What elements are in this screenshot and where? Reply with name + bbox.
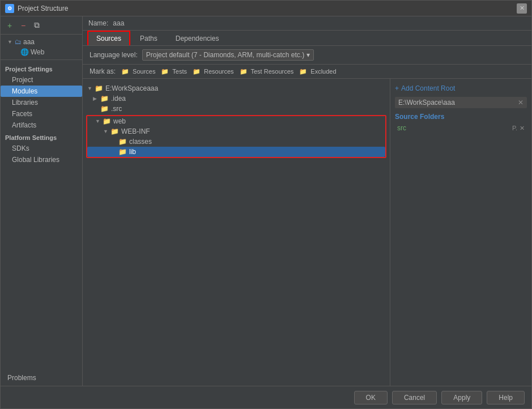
tree-webinf-label: WEB-INF	[121, 127, 150, 135]
right-panel: Name: aaa Sources Paths Dependencies Lan…	[83, 16, 531, 386]
project-settings-label: Project Settings	[1, 62, 82, 74]
mark-tests[interactable]: 📁 Tests	[161, 68, 187, 75]
window-icon: ⚙	[5, 4, 14, 13]
folder-src-icon: 📁	[100, 105, 109, 113]
resources-icon: 📁	[193, 68, 201, 75]
remove-content-root-button[interactable]: ✕	[518, 99, 524, 106]
settings-section: Project Settings Project Modules Librari…	[1, 59, 82, 165]
name-label: Name:	[88, 19, 108, 27]
mark-resources[interactable]: 📁 Resources	[193, 68, 234, 75]
sidebar-item-problems[interactable]: Problems	[1, 372, 82, 384]
sidebar-module-root[interactable]: ▼ 🗂 aaa	[5, 37, 78, 47]
tree-node-idea[interactable]: ▶ 📁 .idea	[85, 93, 388, 104]
sidebar-item-project[interactable]: Project	[1, 74, 82, 86]
web-icon: 🌐	[20, 48, 29, 56]
folder-web-icon: 📁	[103, 117, 111, 125]
close-button[interactable]: ✕	[517, 3, 527, 14]
apply-button[interactable]: Apply	[441, 391, 482, 404]
tree-node-webinf[interactable]: ▼ 📁 WEB-INF	[87, 126, 385, 137]
arrow-root: ▼	[87, 86, 93, 91]
mark-sources[interactable]: 📁 Sources	[121, 68, 155, 75]
arrow-webinf: ▼	[103, 129, 109, 134]
help-button[interactable]: Help	[487, 391, 525, 404]
highlighted-section: ▼ 📁 web ▼ 📁 WEB-INF 📁 classes 📁 lib	[86, 115, 386, 158]
window-title: Project Structure	[18, 5, 517, 12]
sidebar-item-modules[interactable]: Modules	[1, 86, 82, 97]
tree-root-label: E:WorkSpaceaaa	[105, 84, 158, 92]
cancel-button[interactable]: Cancel	[392, 391, 437, 404]
tree-web-label: web	[113, 117, 126, 125]
folder-webinf-icon: 📁	[110, 127, 119, 135]
folder-lib-icon: 📁	[118, 148, 127, 156]
platform-settings-label: Platform Settings	[1, 131, 82, 143]
module-tree-section: ▼ 🗂 aaa 🌐 Web	[1, 35, 82, 59]
module-folder-icon: 🗂	[15, 38, 22, 46]
main-content: + − ⧉ ▼ 🗂 aaa 🌐 Web Project Settings Pro…	[1, 16, 531, 386]
mark-excluded[interactable]: 📁 Excluded	[299, 68, 336, 75]
sidebar-item-global-libs[interactable]: Global Libraries	[1, 154, 82, 165]
name-field-row: Name: aaa	[83, 16, 531, 31]
tree-node-src[interactable]: 📁 .src	[85, 104, 388, 114]
mark-as-label: Mark as:	[90, 67, 116, 75]
source-folders-title: Source Folders	[395, 113, 527, 121]
add-button[interactable]: +	[4, 20, 15, 31]
source-folder-actions: P. ✕	[512, 125, 525, 132]
tree-lib-label: lib	[129, 148, 136, 156]
package-prefix-button[interactable]: P.	[512, 125, 517, 131]
tree-classes-label: classes	[129, 138, 152, 146]
content-root-path-text: E:\WorkSpace\aaa	[398, 99, 455, 106]
name-value: aaa	[113, 19, 124, 27]
arrow-idea: ▶	[93, 96, 99, 101]
problems-section: Problems	[1, 372, 82, 386]
source-folder-item: src P. ✕	[395, 123, 527, 133]
mark-test-resources[interactable]: 📁 Test Resources	[240, 68, 294, 75]
arrow: ▼	[7, 39, 13, 45]
tab-sources[interactable]: Sources	[87, 31, 130, 45]
language-level-row: Language level: Project default (7 - Dia…	[83, 46, 531, 65]
excluded-icon: 📁	[299, 68, 307, 75]
copy-button[interactable]: ⧉	[31, 20, 42, 31]
content-area: ▼ 📁 E:WorkSpaceaaa ▶ 📁 .idea 📁 .src ▼ 📁 …	[83, 79, 531, 386]
remove-source-button[interactable]: ✕	[520, 125, 525, 132]
sidebar-toolbar: + − ⧉	[1, 16, 82, 35]
mark-as-row: Mark as: 📁 Sources 📁 Tests 📁 Resources 📁…	[83, 65, 531, 79]
arrow-web: ▼	[95, 118, 101, 124]
add-content-root-label: Add Content Root	[401, 84, 455, 92]
remove-button[interactable]: −	[18, 20, 29, 31]
tests-icon: 📁	[161, 68, 169, 75]
language-level-select[interactable]: Project default (7 - Diamonds, ARM, mult…	[142, 49, 314, 61]
right-content-panel: + Add Content Root E:\WorkSpace\aaa ✕ So…	[390, 79, 531, 386]
tree-node-classes[interactable]: 📁 classes	[87, 137, 385, 147]
web-label: Web	[31, 48, 44, 56]
folder-classes-icon: 📁	[118, 138, 127, 146]
tab-dependencies[interactable]: Dependencies	[167, 31, 228, 45]
sidebar-item-sdks[interactable]: SDKs	[1, 143, 82, 154]
language-level-value: Project default (7 - Diamonds, ARM, mult…	[146, 51, 304, 59]
chevron-down-icon: ▾	[307, 51, 310, 59]
module-name: aaa	[23, 38, 35, 46]
content-root-path: E:\WorkSpace\aaa ✕	[395, 97, 527, 108]
folder-root-icon: 📁	[95, 84, 103, 92]
tree-node-lib[interactable]: 📁 lib	[87, 147, 385, 157]
source-folder-name: src	[397, 124, 406, 132]
tree-panel: ▼ 📁 E:WorkSpaceaaa ▶ 📁 .idea 📁 .src ▼ 📁 …	[83, 79, 390, 386]
sidebar-item-artifacts[interactable]: Artifacts	[1, 120, 82, 131]
sidebar: + − ⧉ ▼ 🗂 aaa 🌐 Web Project Settings Pro…	[1, 16, 83, 386]
tab-paths[interactable]: Paths	[131, 31, 166, 45]
add-content-root-button[interactable]: + Add Content Root	[395, 83, 527, 93]
language-level-label: Language level:	[90, 51, 138, 59]
title-bar: ⚙ Project Structure ✕	[1, 1, 531, 16]
tree-node-web[interactable]: ▼ 📁 web	[87, 116, 385, 126]
plus-icon: +	[395, 84, 399, 92]
sources-icon: 📁	[121, 68, 129, 75]
sidebar-item-libraries[interactable]: Libraries	[1, 97, 82, 108]
bottom-bar: OK Cancel Apply Help	[1, 386, 531, 408]
sidebar-item-facets[interactable]: Facets	[1, 108, 82, 120]
ok-button[interactable]: OK	[354, 391, 388, 404]
tree-idea-label: .idea	[111, 95, 126, 103]
test-resources-icon: 📁	[240, 68, 248, 75]
folder-idea-icon: 📁	[100, 95, 109, 103]
tree-node-root[interactable]: ▼ 📁 E:WorkSpaceaaa	[85, 83, 388, 93]
project-structure-window: ⚙ Project Structure ✕ + − ⧉ ▼ 🗂 aaa 🌐 We…	[0, 0, 532, 409]
sidebar-module-web[interactable]: 🌐 Web	[5, 47, 78, 57]
